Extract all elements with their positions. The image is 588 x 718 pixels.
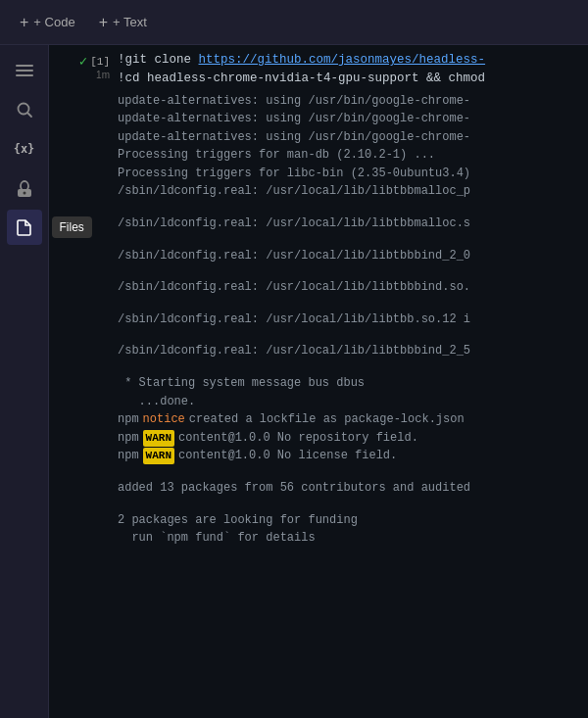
cell-number: [1] — [90, 56, 110, 68]
sidebar-item-search[interactable] — [7, 92, 42, 127]
output-blank-2 — [118, 233, 588, 247]
audit-line: added 13 packages from 56 contributors a… — [118, 479, 588, 498]
code-command-1: !git clone https://github.com/jasonmayes… — [118, 51, 588, 70]
cell-gutter: ✓ [1] 1m — [49, 51, 118, 551]
notice-badge: notice — [143, 410, 185, 429]
check-icon: ✓ — [79, 53, 87, 70]
output-line-4: Processing triggers for man-db (2.10.2-1… — [118, 146, 588, 165]
sidebar-item-secrets[interactable] — [7, 170, 42, 206]
add-code-button[interactable]: + + Code — [12, 10, 83, 35]
ldconfig-line-5: /sbin/ldconfig.real: /usr/local/lib/libt… — [118, 342, 588, 360]
sidebar-item-menu[interactable] — [7, 53, 42, 88]
output-line-5: Processing triggers for libc-bin (2.35-0… — [118, 165, 588, 183]
ldconfig-line-1: /sbin/ldconfig.real: /usr/local/lib/libt… — [118, 215, 588, 233]
output-blank-5 — [118, 328, 588, 342]
system-line-1: * Starting system message bus dbus — [118, 374, 588, 393]
system-line-2: ...done. — [118, 393, 588, 411]
notebook-content: ✓ [1] 1m !git clone https://github.com/j… — [49, 45, 588, 718]
sidebar: {x} Files — [0, 45, 49, 718]
add-text-button[interactable]: + + Text — [91, 10, 155, 35]
warn-badge-2: WARN — [143, 448, 174, 464]
funding-line-2: run `npm fund` for details — [118, 529, 588, 548]
output-line-1: update-alternatives: using /usr/bin/goog… — [118, 92, 588, 111]
ldconfig-line-3: /sbin/ldconfig.real: /usr/local/lib/libt… — [118, 278, 588, 297]
code-command-2: !cd headless-chrome-nvidia-t4-gpu-suppor… — [118, 70, 588, 88]
svg-rect-0 — [16, 65, 33, 67]
npm-warn-line-1: npm WARN content@1.0.0 No repository fie… — [118, 429, 588, 448]
cell-run-indicator: ✓ [1] — [79, 53, 110, 70]
ldconfig-line-4: /sbin/ldconfig.real: /usr/local/lib/libt… — [118, 311, 588, 329]
svg-point-3 — [18, 104, 28, 115]
sidebar-item-variables[interactable]: {x} — [7, 131, 42, 167]
output-line-6: /sbin/ldconfig.real: /usr/local/lib/libt… — [118, 182, 588, 201]
funding-line-1: 2 packages are looking for funding — [118, 511, 588, 530]
output-area: update-alternatives: using /usr/bin/goog… — [118, 88, 588, 551]
npm-notice-line: npm notice created a lockfile as package… — [118, 410, 588, 429]
output-line-2: update-alternatives: using /usr/bin/goog… — [118, 110, 588, 128]
output-scroll[interactable]: ✓ [1] 1m !git clone https://github.com/j… — [49, 45, 588, 718]
main-area: {x} Files ✓ [1] — [0, 45, 588, 718]
cell-body: !git clone https://github.com/jasonmayes… — [118, 51, 588, 551]
npm-warn-line-2: npm WARN content@1.0.0 No license field. — [118, 447, 588, 465]
svg-point-7 — [23, 192, 25, 195]
output-line-3: update-alternatives: using /usr/bin/goog… — [118, 128, 588, 147]
svg-rect-1 — [16, 70, 33, 72]
cell-time: 1m — [96, 70, 110, 80]
output-blank-4 — [118, 297, 588, 311]
warn-badge-1: WARN — [143, 430, 174, 447]
sidebar-item-files[interactable]: Files — [7, 210, 42, 245]
output-blank-3 — [118, 264, 588, 278]
output-blank-6 — [118, 360, 588, 374]
ldconfig-line-2: /sbin/ldconfig.real: /usr/local/lib/libt… — [118, 247, 588, 265]
svg-line-4 — [27, 114, 31, 118]
output-blank-1 — [118, 201, 588, 215]
svg-rect-2 — [16, 74, 33, 76]
output-blank-7 — [118, 465, 588, 479]
toolbar: + + Code + + Text — [0, 0, 588, 45]
output-blank-8 — [118, 498, 588, 511]
cell-1: ✓ [1] 1m !git clone https://github.com/j… — [49, 45, 588, 557]
